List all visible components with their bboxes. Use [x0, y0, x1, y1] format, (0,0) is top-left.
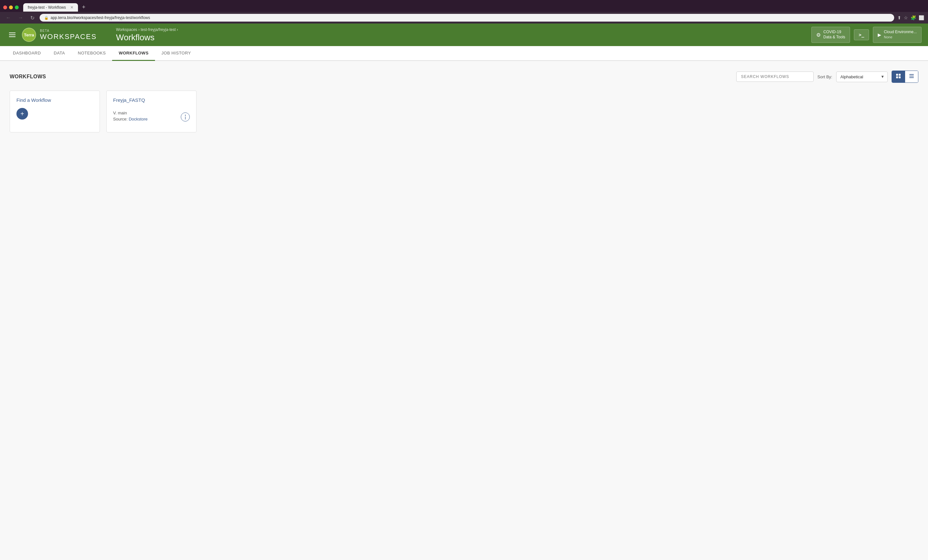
grid-view-button[interactable] — [892, 71, 905, 82]
cards-grid: Find a Workflow + Freyja_FASTQ V. main S… — [10, 90, 918, 133]
card-version: V. main — [113, 110, 148, 115]
tab-workflows[interactable]: WORKFLOWS — [112, 46, 155, 61]
terminal-icon: >_ — [859, 32, 864, 37]
play-icon: ▶ — [878, 32, 881, 37]
traffic-light-yellow[interactable] — [9, 6, 13, 9]
dockstore-link[interactable]: Dockstore — [128, 117, 148, 122]
brand-workspaces-label: WORKSPACES — [40, 32, 97, 41]
svg-rect-5 — [909, 76, 914, 76]
new-tab-button[interactable]: + — [79, 3, 88, 12]
add-workflow-button[interactable]: + — [17, 108, 28, 119]
svg-rect-3 — [899, 76, 901, 78]
hamburger-menu[interactable] — [6, 30, 18, 40]
share-icon[interactable]: ⬆ — [897, 15, 901, 20]
refresh-button[interactable]: ↻ — [28, 14, 37, 21]
active-tab[interactable]: freyja-test - Workflows ✕ — [23, 3, 78, 12]
breadcrumb: Workspaces › test-freyja/freyja-test › — [116, 27, 811, 32]
tab-job-history[interactable]: JOB HISTORY — [155, 46, 197, 61]
tab-title: freyja-test - Workflows — [28, 5, 66, 10]
card-body: V. main Source: Dockstore — [113, 110, 148, 122]
toolbar-right: Sort By: Alphabetical Date Added Last Mo… — [736, 70, 918, 83]
card-content-area: V. main Source: Dockstore ⋮ — [113, 108, 190, 122]
page-title: Workflows — [116, 32, 811, 43]
traffic-light-green[interactable] — [15, 6, 19, 9]
header-actions: ⚙ COVID-19Data & Tools >_ ▶ Cloud Enviro… — [811, 27, 922, 43]
terra-logo: Terra — [22, 28, 36, 42]
extensions-icon[interactable]: 🧩 — [911, 15, 916, 20]
workflows-header: WORKFLOWS Sort By: Alphabetical Date Add… — [10, 70, 918, 83]
ellipsis-icon: ⋮ — [183, 114, 188, 120]
tab-close-btn[interactable]: ✕ — [70, 5, 73, 10]
more-options-button[interactable]: ⋮ — [181, 113, 190, 122]
svg-rect-4 — [909, 74, 914, 75]
terminal-button[interactable]: >_ — [854, 29, 869, 40]
list-view-button[interactable] — [905, 71, 918, 82]
tab-dashboard[interactable]: DASHBOARD — [6, 46, 47, 61]
sort-wrapper: Alphabetical Date Added Last Modified ▼ — [836, 72, 888, 82]
svg-rect-0 — [896, 74, 898, 76]
sort-select[interactable]: Alphabetical Date Added Last Modified — [836, 72, 888, 82]
svg-rect-6 — [909, 77, 914, 78]
address-bar: ← → ↻ 🔒 app.terra.bio/#workspaces/test-f… — [0, 12, 928, 23]
sort-label: Sort By: — [818, 75, 832, 79]
plus-icon: + — [20, 110, 24, 117]
window-icon[interactable]: ⬜ — [919, 15, 924, 20]
find-workflow-title: Find a Workflow — [17, 97, 93, 103]
nav-tabs: DASHBOARD DATA NOTEBOOKS WORKFLOWS JOB H… — [0, 46, 928, 61]
cloud-environment-button[interactable]: ▶ Cloud Environme...None — [873, 27, 922, 43]
tab-data[interactable]: DATA — [47, 46, 72, 61]
view-toggle — [891, 70, 918, 83]
bookmark-icon[interactable]: ☆ — [904, 15, 908, 20]
breadcrumb-area: Workspaces › test-freyja/freyja-test › W… — [116, 27, 811, 43]
workflows-section-title: WORKFLOWS — [10, 74, 46, 79]
main-content: WORKFLOWS Sort By: Alphabetical Date Add… — [0, 61, 928, 557]
beta-label: BETA — [40, 29, 97, 32]
traffic-light-red[interactable] — [3, 6, 7, 9]
freyja-fastq-card[interactable]: Freyja_FASTQ V. main Source: Dockstore ⋮ — [106, 90, 197, 133]
svg-rect-2 — [896, 76, 898, 78]
search-input[interactable] — [736, 72, 814, 82]
lock-icon: 🔒 — [44, 16, 49, 20]
tab-notebooks[interactable]: NOTEBOOKS — [72, 46, 113, 61]
url-bar[interactable]: 🔒 app.terra.bio/#workspaces/test-freyja/… — [40, 14, 894, 21]
cloud-env-label: Cloud Environme...None — [884, 30, 917, 40]
back-button[interactable]: ← — [4, 14, 13, 21]
forward-button[interactable]: → — [16, 14, 25, 21]
svg-rect-1 — [899, 74, 901, 76]
gear-icon: ⚙ — [816, 32, 821, 38]
browser-chrome: freyja-test - Workflows ✕ + ← → ↻ 🔒 app.… — [0, 0, 928, 23]
find-workflow-card[interactable]: Find a Workflow + — [10, 90, 100, 133]
covid-btn-label: COVID-19Data & Tools — [823, 30, 845, 40]
app-header: Terra BETA WORKSPACES Workspaces › test-… — [0, 23, 928, 46]
logo-area: Terra BETA WORKSPACES — [22, 28, 97, 42]
covid-button[interactable]: ⚙ COVID-19Data & Tools — [811, 27, 850, 43]
url-text: app.terra.bio/#workspaces/test-freyja/fr… — [50, 15, 150, 20]
card-source: Source: Dockstore — [113, 117, 148, 122]
freyja-fastq-title: Freyja_FASTQ — [113, 97, 190, 103]
